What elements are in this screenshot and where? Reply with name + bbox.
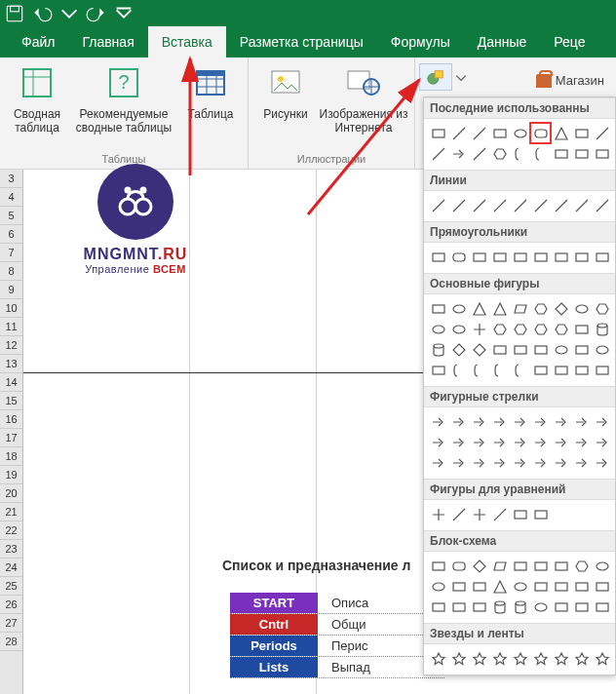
shape-arrows-22[interactable] xyxy=(510,452,530,473)
shape-lines-5[interactable] xyxy=(530,195,551,215)
shape-recent-3[interactable] xyxy=(489,123,510,143)
shape-stars-0[interactable] xyxy=(428,648,448,669)
shapes-button[interactable] xyxy=(419,63,452,91)
row-header[interactable]: 16 xyxy=(0,410,22,429)
shape-flowchart-16[interactable] xyxy=(571,576,592,597)
shape-flowchart-21[interactable] xyxy=(489,597,510,617)
undo-dropdown-icon[interactable] xyxy=(58,3,80,24)
table-button[interactable]: Таблица xyxy=(179,61,242,136)
shape-recent-1[interactable] xyxy=(448,123,469,143)
shape-basic-19[interactable] xyxy=(448,339,469,360)
shape-stars-3[interactable] xyxy=(489,648,510,669)
shape-lines-1[interactable] xyxy=(448,195,469,215)
shape-lines-3[interactable] xyxy=(489,195,510,215)
shape-basic-4[interactable] xyxy=(510,298,530,319)
row-header[interactable]: 17 xyxy=(0,429,22,447)
row-header[interactable]: 4 xyxy=(0,188,22,207)
tab-insert[interactable]: Вставка xyxy=(148,26,226,58)
store-button[interactable]: Магазин xyxy=(536,73,604,88)
shape-basic-10[interactable] xyxy=(448,319,469,339)
shape-basic-5[interactable] xyxy=(530,298,551,319)
shape-basic-27[interactable] xyxy=(428,360,448,380)
shape-recent-13[interactable] xyxy=(510,143,530,164)
shape-arrows-5[interactable] xyxy=(530,411,551,432)
shape-arrows-1[interactable] xyxy=(448,411,469,432)
shape-basic-30[interactable] xyxy=(489,360,510,380)
shape-basic-6[interactable] xyxy=(551,298,571,319)
shape-stars-8[interactable] xyxy=(592,648,612,669)
row-header[interactable]: 27 xyxy=(0,614,22,633)
row-header[interactable]: 22 xyxy=(0,521,22,540)
shape-rects-1[interactable] xyxy=(448,247,469,267)
shape-flowchart-14[interactable] xyxy=(530,576,551,597)
shape-equation-1[interactable] xyxy=(448,504,469,524)
shape-flowchart-9[interactable] xyxy=(428,576,448,597)
pivot-table-button[interactable]: Сводная таблица xyxy=(6,61,68,136)
shape-arrows-12[interactable] xyxy=(489,432,510,452)
shape-rects-6[interactable] xyxy=(551,247,571,267)
shape-arrows-14[interactable] xyxy=(530,432,551,452)
shape-arrows-11[interactable] xyxy=(469,432,489,452)
shape-arrows-18[interactable] xyxy=(428,452,448,473)
shape-arrows-4[interactable] xyxy=(510,411,530,432)
shape-flowchart-24[interactable] xyxy=(551,597,571,617)
shape-recent-10[interactable] xyxy=(448,143,469,164)
shape-arrows-8[interactable] xyxy=(592,411,612,432)
shape-basic-2[interactable] xyxy=(469,298,489,319)
shape-recent-6[interactable] xyxy=(551,123,571,143)
shape-basic-17[interactable] xyxy=(592,319,612,339)
shapes-dropdown-caret-icon[interactable] xyxy=(454,71,468,85)
shape-basic-28[interactable] xyxy=(448,360,469,380)
row-header[interactable]: 11 xyxy=(0,318,22,336)
shape-recent-0[interactable] xyxy=(428,123,448,143)
shape-flowchart-11[interactable] xyxy=(469,576,489,597)
row-header[interactable]: 8 xyxy=(0,262,22,281)
row-header[interactable]: 6 xyxy=(0,225,22,244)
row-header[interactable]: 15 xyxy=(0,392,22,410)
row-header[interactable]: 25 xyxy=(0,577,22,596)
row-header[interactable]: 26 xyxy=(0,596,22,614)
shape-basic-7[interactable] xyxy=(571,298,592,319)
shape-flowchart-18[interactable] xyxy=(428,597,448,617)
row-header[interactable]: 20 xyxy=(0,484,22,503)
shape-flowchart-22[interactable] xyxy=(510,597,530,617)
shape-arrows-25[interactable] xyxy=(571,452,592,473)
shape-equation-5[interactable] xyxy=(530,504,551,524)
shape-basic-3[interactable] xyxy=(489,298,510,319)
shape-basic-23[interactable] xyxy=(530,339,551,360)
row-header[interactable]: 23 xyxy=(0,540,22,559)
row-header[interactable]: 28 xyxy=(0,633,22,651)
row-header[interactable]: 13 xyxy=(0,355,22,373)
shape-recent-7[interactable] xyxy=(571,123,592,143)
row-header[interactable]: 3 xyxy=(0,170,22,188)
shape-basic-16[interactable] xyxy=(571,319,592,339)
save-icon[interactable] xyxy=(4,3,25,24)
shape-rects-7[interactable] xyxy=(571,247,592,267)
shape-recent-8[interactable] xyxy=(592,123,612,143)
pictures-button[interactable]: Рисунки xyxy=(254,61,317,136)
shape-basic-32[interactable] xyxy=(530,360,551,380)
shape-basic-22[interactable] xyxy=(510,339,530,360)
shape-basic-15[interactable] xyxy=(551,319,571,339)
shape-basic-35[interactable] xyxy=(592,360,612,380)
shape-flowchart-8[interactable] xyxy=(592,556,612,576)
row-header[interactable]: 12 xyxy=(0,336,22,355)
shape-basic-18[interactable] xyxy=(428,339,448,360)
shape-arrows-2[interactable] xyxy=(469,411,489,432)
tab-file[interactable]: Файл xyxy=(8,26,68,58)
row-header[interactable]: 14 xyxy=(0,373,22,392)
shape-lines-4[interactable] xyxy=(510,195,530,215)
shape-basic-11[interactable] xyxy=(469,319,489,339)
shape-recent-9[interactable] xyxy=(428,143,448,164)
shape-rects-4[interactable] xyxy=(510,247,530,267)
shape-basic-33[interactable] xyxy=(551,360,571,380)
shape-arrows-7[interactable] xyxy=(571,411,592,432)
shape-arrows-13[interactable] xyxy=(510,432,530,452)
shape-basic-29[interactable] xyxy=(469,360,489,380)
shape-basic-24[interactable] xyxy=(551,339,571,360)
shape-basic-0[interactable] xyxy=(428,298,448,319)
shape-arrows-23[interactable] xyxy=(530,452,551,473)
row-header[interactable]: 9 xyxy=(0,281,22,299)
shape-flowchart-2[interactable] xyxy=(469,556,489,576)
shape-basic-25[interactable] xyxy=(571,339,592,360)
